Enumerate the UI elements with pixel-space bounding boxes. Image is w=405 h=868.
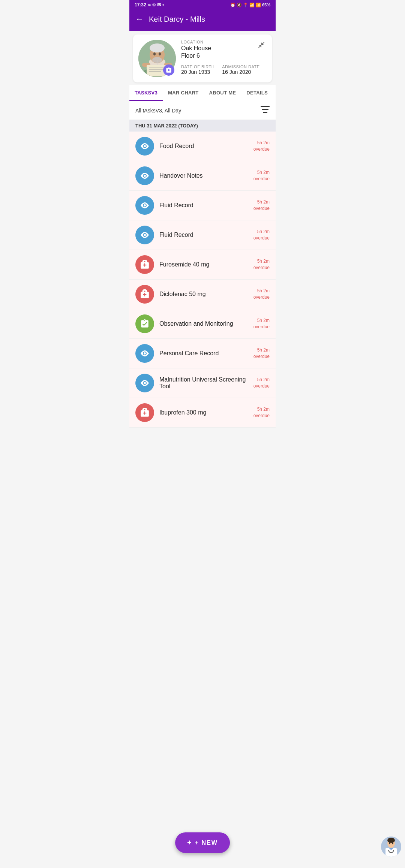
infinity-icon: ∞ — [148, 2, 151, 7]
location-label: LOCATION — [181, 40, 267, 44]
tab-marchart[interactable]: MAR CHART — [163, 85, 204, 101]
task-overdue: 5h 2moverdue — [254, 288, 270, 301]
filter-text: All tAsksV3, All Day — [135, 108, 181, 114]
task-icon-medkit — [135, 403, 154, 422]
task-overdue: 5h 2moverdue — [254, 377, 270, 389]
dot-icon: • — [162, 2, 164, 7]
task-item[interactable]: Handover Notes 5h 2moverdue — [129, 161, 276, 191]
task-overdue: 5h 2moverdue — [254, 258, 270, 271]
task-overdue: 5h 2moverdue — [254, 199, 270, 212]
battery: 65% — [262, 3, 270, 7]
status-left: 17:32 ∞ © ✉ • — [135, 2, 164, 7]
tab-carepackage[interactable]: CARE PACKAGE — [273, 85, 276, 101]
status-right: ⏰ 🔇 📍 📶 📶 65% — [230, 3, 270, 7]
task-item[interactable]: Fluid Record 5h 2moverdue — [129, 220, 276, 250]
location-line2: Floor 6 — [181, 52, 267, 59]
task-icon-medkit — [135, 285, 154, 304]
task-label: Observation and Monitoring — [159, 320, 248, 327]
task-icon-eye — [135, 196, 154, 215]
task-overdue: 5h 2moverdue — [254, 347, 270, 360]
dob-value: 20 Jun 1933 — [181, 69, 214, 75]
tabs: TASKSV3 MAR CHART ABOUT ME DETAILS CARE … — [129, 85, 276, 101]
task-label: Personal Care Record — [159, 350, 248, 357]
admission-group: ADMISSION DATE 16 Jun 2020 — [222, 64, 260, 75]
status-bar: 17:32 ∞ © ✉ • ⏰ 🔇 📍 📶 📶 65% — [129, 0, 276, 10]
svg-point-5 — [153, 52, 156, 55]
alarm-icon: ⏰ — [230, 3, 236, 7]
c-icon: © — [152, 2, 156, 7]
avatar-wrapper — [138, 40, 176, 77]
task-item[interactable]: Observation and Monitoring 5h 2moverdue — [129, 309, 276, 339]
task-label: Handover Notes — [159, 172, 248, 179]
date-header: THU 31 MAR 2022 (TODAY) — [129, 120, 276, 132]
filter-row: All tAsksV3, All Day — [129, 101, 276, 120]
task-icon-medkit — [135, 255, 154, 274]
location-icon: 📍 — [243, 3, 248, 7]
admission-value: 16 Jun 2020 — [222, 69, 260, 75]
task-overdue: 5h 2moverdue — [254, 317, 270, 330]
task-item[interactable]: Diclofenac 50 mg 5h 2moverdue — [129, 280, 276, 309]
location-line1: Oak House — [181, 45, 267, 52]
task-item[interactable]: Ibuprofen 300 mg 5h 2moverdue — [129, 398, 276, 428]
task-icon-eye — [135, 166, 154, 185]
dates-row: DATE OF BIRTH 20 Jun 1933 ADMISSION DATE… — [181, 64, 267, 75]
task-item[interactable]: Malnutrition Universal Screening Tool 5h… — [129, 368, 276, 398]
task-label: Diclofenac 50 mg — [159, 291, 248, 298]
svg-rect-15 — [261, 106, 270, 107]
task-overdue: 5h 2moverdue — [254, 140, 270, 153]
admission-label: ADMISSION DATE — [222, 64, 260, 69]
svg-rect-16 — [262, 109, 268, 110]
mute-icon: 🔇 — [237, 3, 242, 7]
dob-group: DATE OF BIRTH 20 Jun 1933 — [181, 64, 214, 75]
page-title: Keit Darcy - Mills — [149, 15, 205, 24]
task-icon-eye — [135, 226, 154, 244]
collapse-button[interactable] — [255, 39, 267, 51]
tab-tasksv3[interactable]: TASKSV3 — [129, 85, 163, 101]
task-overdue: 5h 2moverdue — [254, 406, 270, 419]
time: 17:32 — [135, 2, 146, 7]
wifi-icon: 📶 — [249, 3, 255, 7]
patient-card: LOCATION Oak House Floor 6 DATE OF BIRTH… — [133, 34, 272, 82]
svg-point-4 — [150, 43, 165, 52]
tab-aboutme[interactable]: ABOUT ME — [204, 85, 242, 101]
task-overdue: 5h 2moverdue — [254, 169, 270, 182]
svg-rect-17 — [263, 112, 267, 113]
email-icon: ✉ — [157, 2, 161, 7]
signal-icon: 📶 — [256, 3, 261, 7]
task-item[interactable]: Fluid Record 5h 2moverdue — [129, 191, 276, 220]
task-label: Ibuprofen 300 mg — [159, 409, 248, 416]
header: ← Keit Darcy - Mills — [129, 10, 276, 31]
task-label: Malnutrition Universal Screening Tool — [159, 376, 248, 390]
svg-point-6 — [159, 52, 161, 55]
task-item[interactable]: Food Record 5h 2moverdue — [129, 132, 276, 161]
tab-details[interactable]: DETAILS — [241, 85, 273, 101]
task-label: Food Record — [159, 143, 248, 150]
patient-info: LOCATION Oak House Floor 6 DATE OF BIRTH… — [181, 40, 267, 75]
task-overdue: 5h 2moverdue — [254, 229, 270, 241]
task-list: Food Record 5h 2moverdue Handover Notes … — [129, 132, 276, 428]
task-icon-eye — [135, 137, 154, 156]
task-item[interactable]: Furosemide 40 mg 5h 2moverdue — [129, 250, 276, 280]
task-item[interactable]: Personal Care Record 5h 2moverdue — [129, 339, 276, 368]
task-icon-eye — [135, 344, 154, 363]
filter-icon[interactable] — [261, 106, 270, 115]
task-label: Fluid Record — [159, 202, 248, 209]
task-icon-eye — [135, 374, 154, 392]
task-label: Furosemide 40 mg — [159, 261, 248, 268]
camera-button[interactable] — [163, 64, 174, 76]
task-label: Fluid Record — [159, 232, 248, 238]
back-button[interactable]: ← — [135, 14, 144, 24]
task-icon-clipboard — [135, 314, 154, 333]
dob-label: DATE OF BIRTH — [181, 64, 214, 69]
